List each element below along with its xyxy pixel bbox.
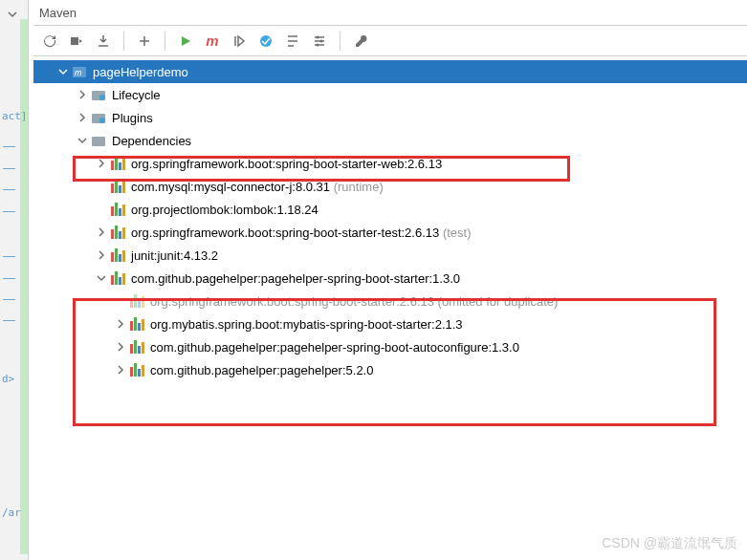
tree-lifecycle[interactable]: Lifecycle xyxy=(33,83,747,106)
folder-icon xyxy=(91,87,106,102)
chevron-right-icon[interactable] xyxy=(114,340,127,354)
svg-point-3 xyxy=(317,43,319,46)
tree-dependencies[interactable]: Dependencies xyxy=(33,129,747,152)
offline-icon[interactable] xyxy=(255,31,276,52)
library-icon xyxy=(129,317,144,331)
svg-point-7 xyxy=(99,95,105,100)
chevron-right-icon[interactable] xyxy=(76,134,89,147)
tree-label: pageHelperdemo xyxy=(93,65,188,79)
chevron-right-icon[interactable] xyxy=(76,111,89,124)
svg-point-0 xyxy=(260,35,272,47)
tree-label: Dependencies xyxy=(112,134,191,148)
svg-rect-10 xyxy=(92,137,105,146)
collapse-all-icon[interactable] xyxy=(282,31,303,52)
skip-tests-icon[interactable] xyxy=(229,31,250,52)
dependency-item[interactable]: org.springframework.boot:spring-boot-sta… xyxy=(33,152,747,175)
svg-text:m: m xyxy=(75,68,82,77)
dependency-item[interactable]: com.mysql:mysql-connector-j:8.0.31 (runt… xyxy=(33,175,747,198)
library-icon xyxy=(129,294,144,308)
dependency-item[interactable]: org.springframework.boot:spring-boot-sta… xyxy=(33,221,747,244)
dependency-item[interactable]: com.github.pagehelper:pagehelper-spring-… xyxy=(33,335,747,358)
maven-m-icon[interactable]: m xyxy=(202,31,223,52)
tree-label: com.github.pagehelper:pagehelper-spring-… xyxy=(131,271,460,286)
tree-label: junit:junit:4.13.2 xyxy=(131,248,218,263)
library-icon xyxy=(110,180,125,193)
chevron-right-icon[interactable] xyxy=(95,271,108,285)
dependency-item[interactable]: org.projectlombok:lombok:1.18.24 xyxy=(33,198,747,221)
gutter-label: act] xyxy=(2,110,28,122)
add-icon[interactable] xyxy=(134,31,155,52)
dependency-item[interactable]: com.github.pagehelper:pagehelper-spring-… xyxy=(33,267,747,290)
toolbar: m xyxy=(33,26,747,56)
tree-plugins[interactable]: Plugins xyxy=(33,106,747,129)
tree-label: org.mybatis.spring.boot:mybatis-spring-b… xyxy=(150,317,463,332)
dependency-item[interactable]: junit:junit:4.13.2 xyxy=(33,244,747,267)
library-icon xyxy=(110,203,125,216)
chevron-right-icon[interactable] xyxy=(95,226,108,239)
dependency-item[interactable]: org.springframework.boot:spring-boot-sta… xyxy=(33,290,747,312)
maven-tree: m pageHelperdemo Lifecycle Plugins Depen… xyxy=(33,56,747,385)
scope-label: (omitted for duplicate) xyxy=(438,294,559,309)
tree-label: com.github.pagehelper:pagehelper:5.2.0 xyxy=(150,363,373,377)
tree-label: Lifecycle xyxy=(112,88,161,102)
svg-point-1 xyxy=(317,35,319,38)
folder-icon xyxy=(91,133,106,148)
tree-label: com.github.pagehelper:pagehelper-spring-… xyxy=(150,340,519,355)
chevron-right-icon[interactable] xyxy=(95,248,108,262)
gutter-label: /ar xyxy=(2,506,21,519)
chevron-right-icon[interactable] xyxy=(76,88,89,101)
chevron-right-icon[interactable] xyxy=(114,363,127,377)
left-gutter: act] d> /ar — — — — — — — — xyxy=(0,0,29,560)
watermark: CSDN @霸道流氓气质 xyxy=(602,535,737,552)
gutter-label: d> xyxy=(2,373,14,385)
library-icon xyxy=(129,363,144,377)
library-icon xyxy=(110,157,125,170)
chevron-right-icon[interactable] xyxy=(56,65,70,78)
download-icon[interactable] xyxy=(93,31,114,52)
chevron-right-icon[interactable] xyxy=(95,157,108,170)
refresh-icon[interactable] xyxy=(39,31,60,52)
svg-point-9 xyxy=(99,118,105,123)
tree-label: org.springframework.boot:spring-boot-sta… xyxy=(131,226,439,240)
dependency-item[interactable]: com.github.pagehelper:pagehelper:5.2.0 xyxy=(33,358,747,381)
scope-label: (test) xyxy=(443,226,472,240)
chevron-down-icon[interactable] xyxy=(8,8,17,22)
show-settings-icon[interactable] xyxy=(309,31,330,52)
scope-label: (runtime) xyxy=(334,180,384,194)
wrench-icon[interactable] xyxy=(350,31,371,52)
library-icon xyxy=(110,248,125,262)
panel-title: Maven xyxy=(33,0,747,26)
tree-label: com.mysql:mysql-connector-j:8.0.31 xyxy=(131,180,330,194)
dependency-item[interactable]: org.mybatis.spring.boot:mybatis-spring-b… xyxy=(33,312,747,335)
tree-root[interactable]: m pageHelperdemo xyxy=(33,60,747,83)
folder-icon xyxy=(91,110,106,125)
tree-label: org.springframework.boot:spring-boot-sta… xyxy=(150,294,434,309)
svg-point-2 xyxy=(320,39,323,42)
library-icon xyxy=(110,271,125,285)
maven-project-icon: m xyxy=(72,64,87,79)
library-icon xyxy=(129,340,144,354)
tree-label: org.springframework.boot:spring-boot-sta… xyxy=(131,157,442,171)
chevron-right-icon[interactable] xyxy=(114,317,127,331)
generate-sources-icon[interactable] xyxy=(66,31,87,52)
tree-label: Plugins xyxy=(112,111,153,125)
tree-label: org.projectlombok:lombok:1.18.24 xyxy=(131,203,319,217)
run-icon[interactable] xyxy=(175,31,196,52)
library-icon xyxy=(110,226,125,239)
